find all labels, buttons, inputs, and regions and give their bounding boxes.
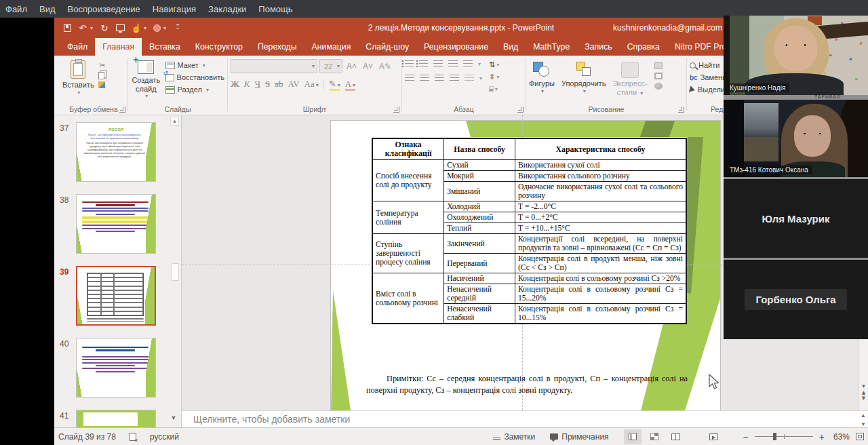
notes-panel[interactable]: Щелкните, чтобы добавить заметки ▲▼ xyxy=(182,410,868,427)
ribbon-tab-6[interactable]: Анимация xyxy=(304,38,359,56)
participant-tile-4[interactable]: Горбенко Ольга xyxy=(724,260,868,339)
slide-canvas[interactable]: Ознака класифікаціїНазва способуХарактер… xyxy=(331,121,720,410)
slide-thumbnail-image[interactable]: ПОСОЛПосол - це хімічний спосіб консерву… xyxy=(76,122,156,182)
slide-thumbnail-37[interactable]: 37ПОСОЛПосол - це хімічний спосіб консер… xyxy=(54,122,181,182)
bullets-icon[interactable] xyxy=(405,60,414,68)
cut-icon[interactable]: ✂ xyxy=(98,61,107,70)
menu-item-1[interactable]: Файл xyxy=(5,4,27,14)
paragraph-dialog-launcher[interactable] xyxy=(517,107,524,113)
menu-item-4[interactable]: Навигация xyxy=(153,4,196,14)
ribbon-tab-7[interactable]: Слайд-шоу xyxy=(358,38,416,56)
clear-format-icon[interactable]: A✎ xyxy=(377,62,393,71)
align-text-icon[interactable]: ⇳▾ xyxy=(489,73,499,81)
decrease-font-icon[interactable]: A˅ xyxy=(361,62,375,71)
next-slide-button[interactable]: ▼▼ xyxy=(861,397,867,400)
slide-thumbnail-image[interactable] xyxy=(76,194,156,254)
ribbon-tab-3[interactable]: Вставка xyxy=(142,38,188,56)
normal-view-button[interactable] xyxy=(624,429,642,444)
slide-thumbnail-image[interactable] xyxy=(76,266,156,326)
ribbon-tab-9[interactable]: Вид xyxy=(496,38,526,56)
zoom-slider[interactable] xyxy=(755,436,813,437)
reading-view-button[interactable] xyxy=(667,429,685,444)
slide-thumbnail-40[interactable]: 40 xyxy=(54,338,181,398)
reset-button[interactable]: Восстановить xyxy=(165,73,224,81)
ribbon-tab-2[interactable]: Главная xyxy=(95,38,142,56)
notes-scrollbar[interactable]: ▲▼ xyxy=(859,412,867,427)
format-painter-icon[interactable] xyxy=(98,81,105,88)
fit-to-window-icon[interactable] xyxy=(856,433,864,440)
spellcheck-icon[interactable] xyxy=(130,433,136,441)
convert-smartart-icon[interactable]: ⌸▾ xyxy=(489,85,499,94)
menu-item-6[interactable]: Помощь xyxy=(258,4,292,14)
ribbon-tab-11[interactable]: Запись xyxy=(577,38,619,56)
slide-sorter-view-button[interactable] xyxy=(646,429,663,444)
clipboard-dialog-launcher[interactable] xyxy=(119,107,125,113)
language-indicator[interactable]: русский xyxy=(150,432,179,442)
layout-button[interactable]: Макет▾ xyxy=(165,61,224,69)
increase-font-icon[interactable]: A˄ xyxy=(344,62,359,71)
slide-thumbnail-image[interactable] xyxy=(76,338,156,398)
participant-tile-1[interactable]: Кушніренко Надія xyxy=(724,16,868,95)
font-dialog-launcher[interactable] xyxy=(393,107,399,113)
thumbnail-collapse-icon[interactable]: ▼ xyxy=(168,414,179,421)
font-size-combobox[interactable]: 22▾ xyxy=(319,59,342,73)
italic-button[interactable]: К xyxy=(244,79,250,90)
menu-item-5[interactable]: Закладки xyxy=(208,4,246,14)
double-strike-icon[interactable]: ab xyxy=(275,79,283,90)
slide-thumbnail-image[interactable] xyxy=(76,410,156,427)
shape-outline-icon[interactable] xyxy=(654,73,663,79)
notes-toggle[interactable]: Заметки xyxy=(493,432,535,442)
menu-item-3[interactable]: Воспроизведение xyxy=(68,4,140,14)
thumbnails-scroll-up-icon[interactable]: ▲ xyxy=(170,117,179,125)
shape-effects-icon[interactable] xyxy=(654,83,663,90)
drawing-dialog-launcher[interactable] xyxy=(678,107,684,113)
thumbnails-scrollbar-thumb[interactable] xyxy=(172,263,179,281)
zoom-slider-thumb[interactable] xyxy=(773,433,776,440)
bold-button[interactable]: Ж xyxy=(231,79,239,90)
zoom-out-button[interactable]: − xyxy=(743,431,749,442)
change-case-icon[interactable]: Aa▾ xyxy=(304,79,319,90)
font-name-combobox[interactable]: ▾ xyxy=(231,59,317,73)
shape-fill-icon[interactable] xyxy=(654,62,663,69)
new-slide-button[interactable]: Создать слайд ▾ xyxy=(131,59,161,99)
slideshow-view-button[interactable] xyxy=(705,429,723,444)
ribbon-tab-12[interactable]: Справка xyxy=(620,38,667,56)
participant-tile-2[interactable]: ТМз-416 Котович Оксана xyxy=(724,100,868,177)
ribbon-tab-8[interactable]: Рецензирование xyxy=(416,38,496,56)
justify-icon[interactable] xyxy=(450,75,459,82)
slide-thumbnail-panel[interactable]: 37ПОСОЛПосол - це хімічний спосіб консер… xyxy=(54,115,182,427)
ribbon-tab-4[interactable]: Конструктор xyxy=(188,38,250,56)
align-right-icon[interactable] xyxy=(435,75,444,82)
arrange-button[interactable]: Упорядочить ▾ xyxy=(561,60,606,94)
paste-button[interactable]: Вставить ▾ xyxy=(62,59,94,96)
account-email[interactable]: kushnirenkonadia@gmail.com xyxy=(613,18,722,38)
zoom-in-button[interactable]: + xyxy=(819,431,825,442)
align-left-icon[interactable] xyxy=(405,75,414,82)
participant-tile-3[interactable]: Юля Мазурик xyxy=(724,179,868,258)
comments-toggle[interactable]: Примечания xyxy=(550,432,608,442)
slide-thumbnail-39[interactable]: 39 xyxy=(54,266,181,326)
numbering-icon[interactable] xyxy=(419,60,428,68)
columns-icon[interactable] xyxy=(465,75,474,82)
quick-styles-button[interactable]: Экспресс- стили ▾ xyxy=(612,60,647,96)
zoom-level[interactable]: 63% xyxy=(833,432,850,442)
notes-placeholder[interactable]: Щелкните, чтобы добавить заметки xyxy=(193,414,350,425)
scroll-down-icon[interactable]: ▼ xyxy=(861,384,867,389)
slide-scrollbar[interactable]: ▼ ▲▲ ▼▼ xyxy=(859,336,868,410)
copy-icon[interactable] xyxy=(98,72,104,79)
ribbon-tab-1[interactable]: Файл xyxy=(60,38,95,56)
font-color-icon[interactable]: А▾ xyxy=(345,79,355,90)
highlight-color-icon[interactable]: ✎▾ xyxy=(329,79,340,90)
align-center-icon[interactable] xyxy=(420,75,429,82)
text-direction-icon[interactable]: ⇅▾ xyxy=(489,60,499,69)
line-spacing-icon[interactable] xyxy=(463,60,473,68)
char-spacing-icon[interactable]: AV xyxy=(288,79,299,90)
strikethrough-button[interactable]: S xyxy=(265,79,270,90)
section-button[interactable]: Раздел▾ xyxy=(165,85,224,94)
decrease-indent-icon[interactable] xyxy=(433,60,443,68)
underline-button[interactable]: Ч xyxy=(255,79,260,90)
ribbon-tab-5[interactable]: Переходы xyxy=(250,38,304,56)
slide-thumbnail-38[interactable]: 38 xyxy=(54,194,181,254)
ribbon-tab-10[interactable]: MathType xyxy=(526,38,577,56)
menu-item-2[interactable]: Вид xyxy=(39,4,56,14)
